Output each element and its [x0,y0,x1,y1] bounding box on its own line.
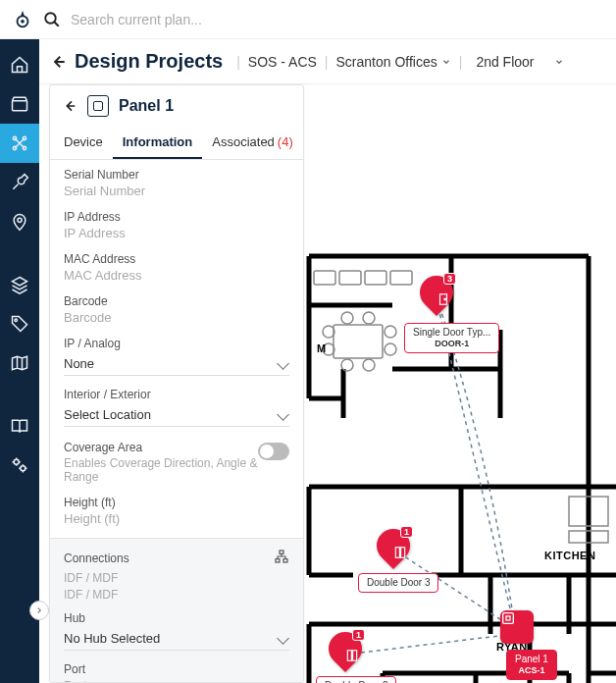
panel-type-icon [87,95,109,117]
svg-point-1 [21,20,25,24]
nav-expand-button[interactable] [29,601,49,620]
coverage-hint: Enables Coverage Direction, Angle & Rang… [64,456,258,484]
svg-point-12 [21,466,26,471]
breadcrumb: Design Projects | SOS - ACS | Scranton O… [39,39,616,84]
ipanalog-select[interactable]: None [64,352,289,376]
nav-design[interactable] [0,124,39,163]
nav-tag[interactable] [0,304,39,343]
intext-select[interactable]: Select Location [64,403,289,427]
tab-information[interactable]: Information [113,127,203,159]
nav-home[interactable] [0,45,39,84]
svg-point-2 [45,13,56,24]
marker-panel-1[interactable] [500,610,534,652]
marker-label-single-door[interactable]: Single Door Typ... DOOR-1 [404,323,499,353]
serial-label: Serial Number [64,168,289,182]
intext-label: Interior / Exterior [64,388,289,401]
properties-panel: Panel 1 Device Information Associated(4)… [49,84,304,683]
barcode-label: Barcode [64,294,289,308]
port-label: Port [64,662,289,676]
svg-rect-37 [276,559,280,562]
svg-point-10 [15,319,18,322]
nav-settings[interactable] [0,446,39,485]
idf-label: IDF / MDF [50,570,303,587]
breadcrumb-back-icon[interactable] [49,53,67,71]
svg-point-14 [323,326,334,338]
idf-input[interactable]: IDF / MDF [50,587,303,604]
nav-archive[interactable] [0,84,39,124]
svg-rect-13 [334,325,383,358]
marker-single-door[interactable]: 3 [420,276,453,317]
coverage-toggle[interactable] [258,443,289,460]
mac-input[interactable]: MAC Address [64,268,289,283]
tab-device[interactable]: Device [54,127,113,159]
room-label: KITCHEN [544,550,595,561]
chevron-down-icon [554,57,564,67]
svg-rect-31 [401,548,405,558]
mac-label: MAC Address [64,252,289,266]
port-input[interactable]: Port [64,678,289,682]
tab-associated[interactable]: Associated(4) [202,127,302,159]
hub-select[interactable]: No Hub Selected [64,627,289,651]
hub-label: Hub [64,611,289,625]
left-nav [0,39,39,683]
svg-rect-38 [283,559,287,562]
height-input[interactable]: Height (ft) [64,511,289,526]
serial-input[interactable]: Serial Number [64,184,289,198]
ip-label: IP Address [64,210,289,224]
nav-map[interactable] [0,343,39,383]
svg-rect-36 [280,551,283,553]
svg-rect-22 [314,271,335,285]
search-input[interactable] [71,12,365,27]
svg-rect-23 [339,271,361,285]
breadcrumb-floor[interactable]: 2nd Floor [476,54,563,70]
app-logo-icon [12,9,33,30]
ipanalog-label: IP / Analog [64,337,289,350]
nav-location[interactable] [0,202,39,241]
marker-double-door-3[interactable]: 1 [377,529,410,570]
coverage-label: Coverage Area [64,441,258,454]
svg-rect-4 [13,101,27,111]
ip-input[interactable]: IP Address [64,226,289,240]
breadcrumb-location[interactable]: Scranton Offices [335,54,450,70]
svg-point-20 [341,359,353,371]
svg-rect-30 [395,548,399,558]
page-title: Design Projects [75,50,223,73]
panel-title: Panel 1 [119,97,174,115]
svg-point-17 [385,343,396,355]
marker-label-panel-1[interactable]: Panel 1 ACS-1 [506,650,557,680]
network-icon [274,549,289,568]
svg-point-18 [341,312,353,324]
svg-rect-25 [390,271,412,285]
svg-rect-24 [365,271,386,285]
marker-double-door-2[interactable]: 1 [329,632,362,673]
svg-point-16 [385,326,396,338]
svg-point-29 [444,298,446,300]
marker-label-double-door-3[interactable]: Double Door 3 [358,573,438,593]
svg-rect-34 [503,613,514,624]
svg-point-9 [18,218,22,222]
panel-back-icon[interactable] [62,98,77,114]
svg-line-3 [54,22,59,26]
svg-rect-35 [506,616,510,620]
svg-rect-33 [353,651,357,661]
nav-wrench[interactable] [0,163,39,202]
svg-point-11 [14,459,19,464]
marker-label-double-door-2[interactable]: Double Door 2 [316,676,396,683]
room-label: M [317,342,327,354]
barcode-input[interactable]: Barcode [64,310,289,325]
breadcrumb-project[interactable]: SOS - ACS [248,54,317,70]
svg-point-19 [363,312,375,324]
connections-label: Connections [64,552,129,565]
nav-layers[interactable] [0,265,39,304]
search-icon[interactable] [43,11,61,28]
nav-book[interactable] [0,406,39,446]
svg-point-21 [363,359,375,371]
svg-rect-32 [347,651,351,661]
chevron-down-icon [441,57,451,67]
height-label: Height (ft) [64,496,289,509]
